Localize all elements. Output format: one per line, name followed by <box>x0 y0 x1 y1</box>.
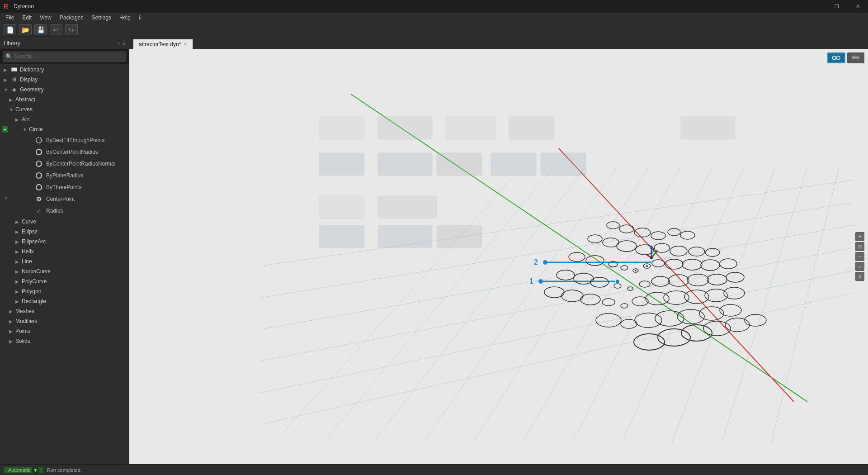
tree-item-curve[interactable]: ▶ Curve <box>0 217 129 227</box>
tree-item-byplaneradius[interactable]: ByPlaneRadius <box>0 170 129 181</box>
3d-view-button[interactable] <box>827 52 845 63</box>
close-button[interactable]: ✕ <box>847 0 868 13</box>
svg-rect-113 <box>378 196 437 218</box>
svg-point-0 <box>36 138 42 143</box>
chevron-right-icon: ▶ <box>15 299 21 304</box>
method-label-bycenterpointradnormal: ByCenterPointRadiusNormal <box>46 161 115 167</box>
tree-label-rectangle: Rectangle <box>22 298 46 304</box>
tab-close-icon[interactable]: ✕ <box>184 42 187 47</box>
window-controls: — ❐ ✕ <box>806 0 868 13</box>
svg-point-32 <box>543 260 547 265</box>
tree-item-bycenterpointradius[interactable]: ByCenterPointRadius <box>0 146 129 158</box>
menu-settings[interactable]: Settings <box>88 14 115 22</box>
tree-item-dictionary[interactable]: ▶ 📖 Dictionary <box>0 65 129 75</box>
tree-item-radius[interactable]: ✓ Radius <box>0 205 129 217</box>
tree-label-abstract: Abstract <box>15 96 35 103</box>
tree-item-polygon[interactable]: ▶ Polygon <box>0 286 129 296</box>
dot-icon <box>34 195 43 204</box>
search-box: 🔍 <box>0 50 129 64</box>
app-icon: R <box>4 3 8 10</box>
open-button[interactable]: 📂 <box>19 24 32 35</box>
geometry-icon: ◈ <box>10 86 18 93</box>
main-layout: Library ⫶ « 🔍 ▶ 📖 Dictionary ▶ <box>0 37 868 464</box>
chevron-right-icon: ▶ <box>9 309 14 314</box>
svg-rect-115 <box>378 225 432 248</box>
tree-item-bycenterpointradnormal[interactable]: ByCenterPointRadiusNormal <box>0 158 129 170</box>
tree-item-curves[interactable]: ▼ Curves <box>0 104 129 114</box>
menu-packages[interactable]: Packages <box>56 14 87 22</box>
zoom-out-button[interactable]: − <box>855 252 864 261</box>
chevron-right-icon: ▶ <box>9 329 14 334</box>
method-label-centerpoint: CenterPoint <box>46 196 75 202</box>
library-header: Library ⫶ « <box>0 37 129 50</box>
menu-file[interactable]: File <box>2 14 18 22</box>
tree-item-points[interactable]: ▶ Points <box>0 326 129 336</box>
run-mode-label: Automatic <box>8 467 30 473</box>
undo-button[interactable]: ↩ <box>50 24 62 35</box>
tab-bar: attractorTest.dyn* ✕ <box>129 37 868 49</box>
new-button[interactable]: 📄 <box>4 24 16 35</box>
search-input[interactable] <box>3 52 126 62</box>
chevron-right-icon: ▶ <box>15 249 21 254</box>
tree-item-helix[interactable]: ▶ Helix <box>0 247 129 256</box>
chevron-right-icon: ▶ <box>15 117 21 122</box>
tree-item-bythreepoints[interactable]: ByThreePoints <box>0 181 129 193</box>
chevron-right-icon: ▶ <box>15 239 21 244</box>
viewport-controls: + ⊞ − ⤢ ⚙ <box>855 232 864 281</box>
library-filter-icon[interactable]: ⫶ <box>118 40 120 47</box>
toolbar: 📄 📂 💾 ↩ ↪ <box>0 23 868 37</box>
tree-item-bybestfitthroughpoints[interactable]: ByBestFitThroughPoints <box>0 134 129 146</box>
tab-attractor[interactable]: attractorTest.dyn* ✕ <box>133 39 193 49</box>
run-dropdown-icon[interactable]: ▼ <box>32 467 39 473</box>
tree-label-curve: Curve <box>22 218 36 225</box>
menu-edit[interactable]: Edit <box>19 14 35 22</box>
run-button[interactable]: Automatic ▼ <box>4 467 43 473</box>
svg-point-101 <box>635 270 637 271</box>
tree-item-centerpoint[interactable]: ? CenterPoint <box>0 193 129 205</box>
svg-rect-109 <box>437 153 482 176</box>
minimize-button[interactable]: — <box>806 0 826 13</box>
tree-item-modifiers[interactable]: ▶ Modifiers <box>0 316 129 326</box>
zoom-fit-button[interactable]: ⊞ <box>855 242 864 251</box>
tree-label-modifiers: Modifiers <box>15 318 38 324</box>
tree-item-line[interactable]: ▶ Line <box>0 256 129 266</box>
svg-rect-112 <box>319 196 364 218</box>
svg-rect-105 <box>509 117 554 139</box>
tree-item-display[interactable]: ▶ 🖥 Display <box>0 75 129 85</box>
menu-info[interactable]: ℹ <box>135 14 145 22</box>
zoom-in-button[interactable]: + <box>855 232 864 241</box>
redo-button[interactable]: ↪ <box>65 24 78 35</box>
circle-outline-icon <box>34 183 43 192</box>
2d-view-button[interactable] <box>847 52 864 63</box>
tree-label-nurbscurve: NurbsCurve <box>22 268 51 275</box>
svg-rect-107 <box>319 153 364 176</box>
maximize-button[interactable]: ❐ <box>826 0 847 13</box>
save-button[interactable]: 💾 <box>34 24 47 35</box>
statusbar: Automatic ▼ Run completed. <box>0 464 868 475</box>
tree-item-polycurve[interactable]: ▶ PolyCurve <box>0 276 129 286</box>
tree-item-abstract[interactable]: ▶ Abstract <box>0 95 129 104</box>
chevron-right-icon: ▶ <box>15 289 21 294</box>
settings-button[interactable]: ⚙ <box>855 272 864 281</box>
tree-item-rectangle[interactable]: ▶ Rectangle <box>0 296 129 306</box>
method-label-bycenterpointradius: ByCenterPointRadius <box>46 149 98 155</box>
tree-item-meshes[interactable]: ▶ Meshes <box>0 306 129 316</box>
viewport-canvas[interactable]: 1 2 <box>129 49 868 464</box>
library-collapse-icon[interactable]: « <box>122 40 125 47</box>
viewport-svg: 1 2 <box>129 49 868 464</box>
tree-item-circle[interactable]: + ▼ Circle <box>0 124 129 134</box>
tree-label-line: Line <box>22 258 32 265</box>
tree-item-arc[interactable]: ▶ Arc <box>0 114 129 124</box>
tree-item-geometry[interactable]: ▼ ◈ Geometry <box>0 85 129 95</box>
menubar: File Edit View Packages Settings Help ℹ <box>0 13 868 23</box>
tree-item-ellipse[interactable]: ▶ Ellipse <box>0 227 129 237</box>
add-to-canvas-icon[interactable]: + <box>2 126 8 133</box>
tree-item-nurbscurve[interactable]: ▶ NurbsCurve <box>0 266 129 276</box>
menu-help[interactable]: Help <box>116 14 134 22</box>
tree-item-ellipsearc[interactable]: ▶ EllipseArc <box>0 237 129 247</box>
dictionary-icon: 📖 <box>10 66 18 73</box>
menu-view[interactable]: View <box>36 14 55 22</box>
fit-all-button[interactable]: ⤢ <box>855 262 864 271</box>
chevron-right-icon: ▶ <box>15 269 21 274</box>
tree-item-solids[interactable]: ▶ Solids <box>0 336 129 346</box>
